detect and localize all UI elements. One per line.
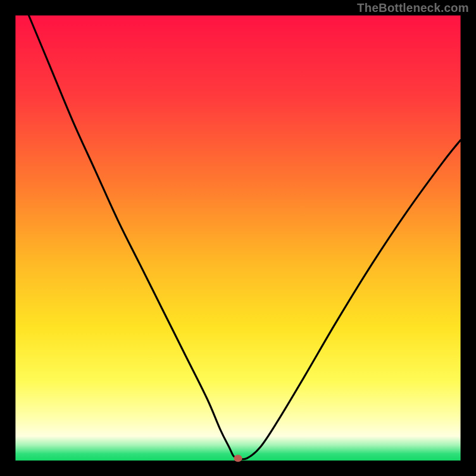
watermark-text: TheBottleneck.com (357, 1, 469, 15)
plot-area (15, 15, 461, 461)
chart-svg (0, 0, 476, 476)
optimal-point-marker (234, 455, 242, 462)
chart-frame: TheBottleneck.com (0, 0, 476, 476)
